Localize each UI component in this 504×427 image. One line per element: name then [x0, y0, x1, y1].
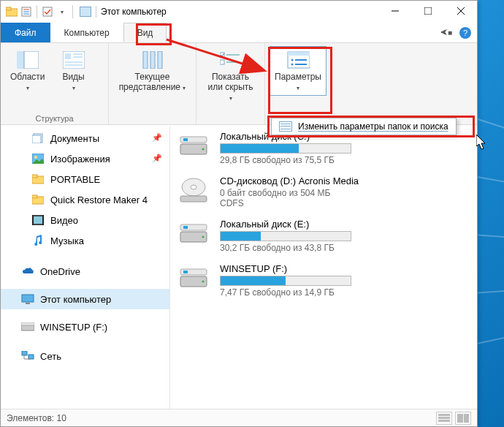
drive-free-space: 0 байт свободно из 504 МБ — [220, 188, 359, 198]
ribbon-group-label: Структура — [1, 113, 108, 124]
qat-dropdown-icon[interactable]: ▾ — [56, 5, 69, 18]
svg-point-31 — [291, 64, 294, 66]
pin-icon: 📌 — [152, 133, 162, 143]
svg-rect-40 — [32, 195, 37, 198]
panes-button[interactable]: Области▾ — [5, 46, 50, 96]
details-view-button[interactable] — [436, 412, 452, 425]
network-icon — [21, 350, 34, 362]
drive-item[interactable]: CD-дисковод (D:) Acronis Media0 байт сво… — [176, 175, 477, 208]
drive-item[interactable]: Локальный диск (C:)29,8 ГБ свободно из 7… — [176, 131, 477, 165]
svg-rect-38 — [32, 175, 37, 178]
properties-icon[interactable] — [20, 5, 33, 18]
desktop-background-strip — [478, 0, 504, 427]
window-controls — [378, 1, 477, 21]
svg-rect-59 — [180, 196, 207, 202]
maximize-button[interactable] — [411, 1, 444, 21]
nav-portable[interactable]: PORTABLE — [1, 169, 169, 189]
options-dropdown-item[interactable]: Изменить параметры папок и поиска — [271, 118, 457, 135]
nav-videos[interactable]: Видео — [1, 210, 169, 230]
svg-rect-49 — [22, 351, 27, 355]
drive-free-space: 7,47 ГБ свободно из 14,9 ГБ — [220, 287, 351, 298]
quick-access-toolbar: ▾ — [1, 5, 75, 18]
views-button[interactable]: Виды▾ — [53, 46, 94, 96]
svg-rect-42 — [34, 216, 42, 224]
tab-view[interactable]: Вид — [123, 23, 167, 42]
svg-rect-8 — [424, 7, 432, 15]
nav-music[interactable]: Музыка — [1, 230, 169, 251]
svg-rect-24 — [226, 54, 240, 56]
ribbon-group-options: Параметры▾ — [265, 43, 331, 124]
show-hide-button[interactable]: Показатьили скрыть ▾ — [201, 46, 261, 106]
capacity-bar — [220, 276, 351, 286]
help-icon[interactable]: ? — [459, 27, 471, 39]
nav-onedrive[interactable]: OneDrive — [1, 261, 169, 281]
tab-computer[interactable]: Компьютер — [50, 23, 123, 42]
window-title: Этот компьютер — [101, 7, 167, 17]
svg-rect-30 — [295, 59, 307, 61]
svg-rect-12 — [17, 51, 24, 69]
navigation-pane-icon — [16, 50, 39, 70]
folder-icon — [5, 5, 18, 18]
drive-free-space: 30,2 ГБ свободно из 43,8 ГБ — [220, 243, 351, 253]
folder-options-icon — [279, 121, 292, 132]
ribbon-group-show-hide: Показатьили скрыть ▾ — [196, 43, 265, 124]
capacity-bar — [220, 143, 351, 154]
options-button[interactable]: Параметры▾ — [270, 46, 327, 96]
drive-item[interactable]: WINSETUP (F:)7,47 ГБ свободно из 14,9 ГБ — [176, 263, 477, 298]
svg-point-58 — [191, 185, 196, 189]
svg-rect-19 — [65, 64, 83, 66]
drive-item[interactable]: Локальный диск (E:)30,2 ГБ свободно из 4… — [176, 219, 477, 253]
ribbon: Области▾ Виды▾ Структура Текущеепредстав… — [1, 43, 477, 125]
status-bar: Элементов: 10 — [1, 409, 477, 426]
svg-rect-43 — [32, 215, 34, 225]
checklist-icon — [219, 50, 243, 70]
nav-this-pc[interactable]: Этот компьютер — [1, 289, 169, 309]
minimize-ribbon-icon[interactable]: ⮜■ — [440, 29, 452, 37]
minimize-button[interactable] — [378, 1, 411, 21]
checkbox-icon[interactable] — [41, 5, 54, 18]
documents-icon — [31, 132, 45, 144]
capacity-bar — [220, 231, 351, 241]
onedrive-icon — [21, 265, 34, 277]
drive-name: Локальный диск (E:) — [220, 219, 351, 230]
cd-drive-icon — [176, 175, 211, 205]
music-icon — [31, 235, 45, 246]
current-view-button[interactable]: Текущеепредставление ▾ — [112, 46, 193, 96]
svg-rect-16 — [73, 53, 83, 55]
folder-icon — [31, 194, 45, 205]
options-icon — [286, 50, 310, 70]
layout-views-icon — [62, 50, 85, 70]
svg-point-63 — [202, 236, 205, 238]
nav-network[interactable]: Сеть — [1, 346, 169, 366]
svg-rect-21 — [150, 51, 155, 69]
nav-pictures[interactable]: Изображения📌 — [1, 148, 169, 169]
nav-documents[interactable]: Документы📌 — [1, 128, 169, 148]
svg-rect-32 — [295, 64, 307, 65]
nav-qrm[interactable]: Quick Restore Maker 4 — [1, 189, 169, 210]
nav-winsetup[interactable]: WINSETUP (F:) — [1, 317, 169, 337]
close-button[interactable] — [444, 1, 477, 21]
ribbon-tabs: Файл Компьютер Вид ⮜■ ? — [1, 23, 477, 43]
drive-name: WINSETUP (F:) — [220, 263, 351, 274]
svg-rect-26 — [226, 61, 240, 63]
pictures-icon — [31, 153, 45, 165]
qat-separator — [72, 5, 73, 18]
svg-rect-55 — [183, 138, 188, 141]
monitor-icon — [21, 293, 34, 305]
this-pc-icon — [80, 7, 91, 17]
navigation-pane[interactable]: Документы📌 Изображения📌 PORTABLE Quick R… — [1, 126, 170, 409]
svg-rect-46 — [26, 303, 30, 304]
svg-rect-66 — [183, 271, 188, 273]
pin-icon: 📌 — [152, 154, 162, 163]
tiles-view-button[interactable] — [455, 412, 471, 425]
svg-rect-1 — [6, 7, 11, 10]
tab-file[interactable]: Файл — [1, 23, 50, 42]
hdd-icon — [176, 131, 211, 160]
svg-rect-15 — [65, 53, 71, 59]
svg-point-29 — [291, 59, 294, 61]
svg-point-56 — [202, 148, 205, 151]
folder-icon — [31, 173, 45, 185]
svg-rect-50 — [28, 355, 34, 359]
svg-point-36 — [34, 156, 37, 159]
main-pane[interactable]: Локальный диск (C:)29,8 ГБ свободно из 7… — [170, 126, 477, 409]
